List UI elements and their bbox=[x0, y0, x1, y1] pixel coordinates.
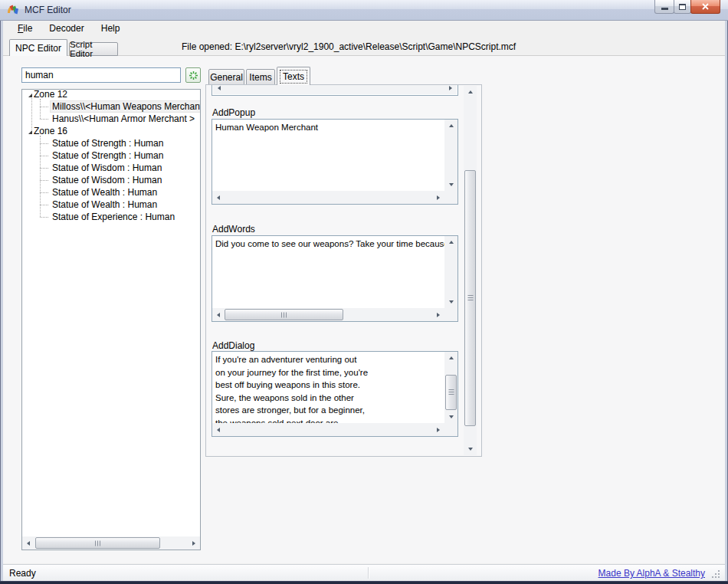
close-icon bbox=[701, 2, 710, 11]
menubar: File Decoder Help bbox=[3, 21, 725, 37]
addwords-textarea[interactable]: Did you come to see our weapons? Take yo… bbox=[212, 236, 444, 308]
addpopup-textarea[interactable]: Human Weapon Merchant bbox=[212, 120, 444, 191]
clipped-textarea bbox=[212, 85, 458, 96]
scroll-track[interactable] bbox=[464, 98, 477, 443]
addwords-v-scrollbar[interactable] bbox=[444, 236, 457, 308]
tree-guide-line bbox=[31, 98, 32, 131]
texts-panel-v-scrollbar[interactable] bbox=[464, 86, 477, 455]
scroll-thumb[interactable] bbox=[225, 309, 343, 320]
scroll-track[interactable] bbox=[34, 536, 188, 550]
scrollbar-corner bbox=[444, 423, 457, 436]
tree-item[interactable]: Statue of Wisdom : Human bbox=[22, 174, 200, 186]
addwords-h-scrollbar[interactable] bbox=[212, 308, 444, 321]
close-button[interactable] bbox=[690, 0, 720, 14]
app-window: MCF Editor File Decoder Help NPC Editor … bbox=[0, 0, 728, 584]
scroll-track[interactable] bbox=[444, 364, 457, 411]
right-arrow-icon bbox=[437, 428, 440, 432]
scroll-right-button[interactable] bbox=[444, 85, 457, 94]
tree-h-scrollbar[interactable] bbox=[22, 536, 200, 550]
left-arrow-icon bbox=[27, 541, 30, 546]
menu-item-help[interactable]: Help bbox=[93, 21, 129, 37]
scroll-track[interactable] bbox=[444, 248, 457, 296]
scroll-right-button[interactable] bbox=[432, 191, 444, 204]
up-arrow-icon bbox=[449, 124, 454, 127]
scroll-left-button[interactable] bbox=[22, 536, 34, 550]
scroll-up-button[interactable] bbox=[444, 352, 457, 364]
resize-grip-icon[interactable] bbox=[711, 569, 721, 579]
tree-connector bbox=[40, 119, 48, 120]
search-input[interactable] bbox=[21, 67, 181, 83]
tree-item[interactable]: Statue of Strength : Human bbox=[22, 149, 200, 162]
scroll-down-button[interactable] bbox=[444, 411, 457, 423]
scroll-track[interactable] bbox=[225, 85, 444, 94]
scroll-left-button[interactable] bbox=[212, 191, 225, 204]
tree-zone-item[interactable]: Zone 16 bbox=[22, 125, 200, 137]
adddialog-textarea[interactable]: If you're an adventurer venturing out on… bbox=[212, 352, 444, 423]
maximize-button[interactable] bbox=[674, 0, 691, 14]
scroll-up-button[interactable] bbox=[444, 236, 457, 248]
scroll-left-button[interactable] bbox=[213, 85, 225, 94]
credit-link[interactable]: Made By AlphA & Stealthy bbox=[598, 568, 705, 579]
scroll-left-button[interactable] bbox=[212, 308, 225, 321]
tree-item-label: Zone 16 bbox=[32, 126, 69, 136]
scroll-thumb[interactable] bbox=[445, 375, 457, 410]
scroll-down-button[interactable] bbox=[444, 179, 457, 191]
scroll-up-button[interactable] bbox=[464, 86, 477, 98]
down-arrow-icon bbox=[449, 300, 454, 303]
tree-item-label: Statue of Experience : Human bbox=[51, 212, 176, 222]
scroll-right-button[interactable] bbox=[432, 308, 444, 321]
npc-tree-rows: Zone 12Milloss\\<Human Weapons Merchant>… bbox=[22, 88, 200, 534]
scrollbar-corner bbox=[444, 308, 457, 321]
addpopup-h-scrollbar[interactable] bbox=[212, 191, 444, 204]
menu-item-decoder[interactable]: Decoder bbox=[41, 21, 92, 37]
clipped-h-scrollbar[interactable] bbox=[213, 85, 457, 94]
tab-texts[interactable]: Texts bbox=[277, 67, 310, 85]
expander-icon[interactable] bbox=[22, 91, 32, 98]
tree-connector bbox=[40, 107, 48, 107]
scroll-right-button[interactable] bbox=[188, 536, 200, 550]
tab-general[interactable]: General bbox=[208, 69, 244, 85]
addpopup-label: AddPopup bbox=[212, 107, 255, 118]
scroll-track[interactable] bbox=[225, 423, 432, 436]
tab-npc-editor[interactable]: NPC Editor bbox=[9, 39, 67, 56]
scroll-thumb[interactable] bbox=[464, 170, 476, 426]
search-button[interactable] bbox=[185, 67, 201, 83]
minimize-button[interactable] bbox=[654, 0, 674, 14]
tab-items[interactable]: Items bbox=[246, 69, 275, 85]
scroll-down-button[interactable] bbox=[444, 296, 457, 308]
scroll-left-button[interactable] bbox=[212, 423, 225, 436]
menu-item-file[interactable]: File bbox=[9, 21, 41, 37]
addpopup-v-scrollbar[interactable] bbox=[444, 120, 457, 191]
adddialog-v-scrollbar[interactable] bbox=[444, 352, 457, 423]
scroll-track[interactable] bbox=[225, 191, 432, 204]
right-arrow-icon bbox=[437, 195, 440, 200]
down-arrow-icon bbox=[468, 448, 473, 451]
status-text: Ready bbox=[9, 568, 36, 579]
down-arrow-icon bbox=[449, 183, 454, 186]
tree-connector bbox=[40, 156, 48, 156]
tree-item[interactable]: Statue of Experience : Human bbox=[22, 211, 200, 223]
tree-zone-item[interactable]: Zone 12 bbox=[22, 88, 200, 100]
tree-item[interactable]: Statue of Wealth : Human bbox=[22, 198, 200, 211]
tree-item[interactable]: Milloss\\<Human Weapons Merchant> bbox=[22, 100, 200, 113]
left-arrow-icon bbox=[217, 195, 220, 200]
tree-item[interactable]: Statue of Strength : Human bbox=[22, 137, 200, 149]
scroll-thumb[interactable] bbox=[35, 537, 160, 549]
app-icon bbox=[6, 4, 20, 18]
adddialog-h-scrollbar[interactable] bbox=[212, 423, 444, 436]
file-opened-label: File opened: E:\ryl2server\vryl2_1900_ac… bbox=[182, 41, 516, 52]
thumb-grip-icon bbox=[281, 312, 287, 317]
right-arrow-icon bbox=[449, 86, 452, 90]
scroll-track[interactable] bbox=[444, 132, 457, 179]
scroll-right-button[interactable] bbox=[432, 423, 444, 436]
tree-connector bbox=[40, 168, 48, 169]
tree-item[interactable]: Statue of Wealth : Human bbox=[22, 186, 200, 198]
tree-item-label: Statue of Wisdom : Human bbox=[51, 162, 163, 173]
tree-item[interactable]: Hanus\\<Human Armor Merchant > bbox=[22, 113, 200, 125]
scroll-track[interactable] bbox=[225, 308, 432, 321]
scroll-up-button[interactable] bbox=[444, 120, 457, 132]
tab-script-editor[interactable]: Script Editor bbox=[69, 42, 118, 56]
titlebar[interactable]: MCF Editor bbox=[0, 0, 728, 21]
scroll-down-button[interactable] bbox=[464, 443, 477, 455]
tree-item[interactable]: Statue of Wisdom : Human bbox=[22, 162, 200, 174]
